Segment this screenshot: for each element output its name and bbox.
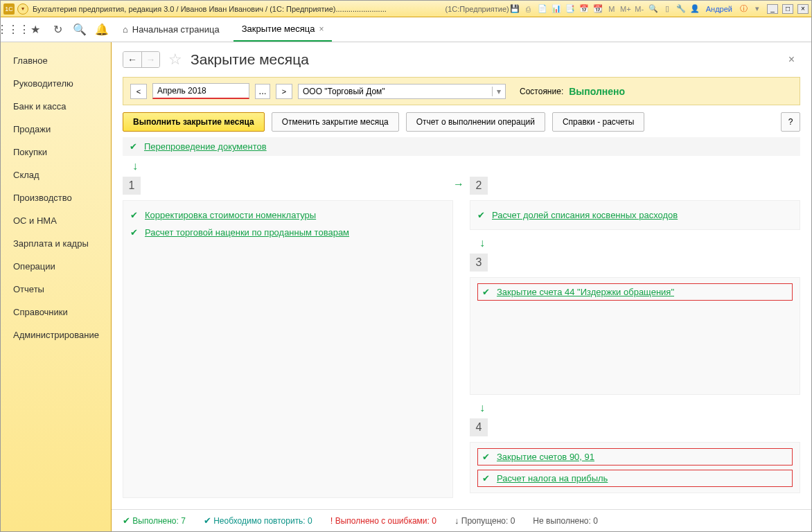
calc-icon[interactable]: 📊 [551, 3, 562, 15]
m-icon[interactable]: M [606, 3, 617, 15]
check-icon: ✔ [130, 210, 138, 220]
operations-report-button[interactable]: Отчет о выполнении операций [406, 112, 545, 132]
tab-label: Закрытие месяца [242, 24, 315, 34]
sidebar-item-sales[interactable]: Продажи [1, 118, 111, 141]
sidebar-item-refs[interactable]: Справочники [1, 301, 111, 323]
page-header: ← → ☆ Закрытие месяца × [112, 42, 811, 77]
tab-close-icon[interactable]: × [319, 24, 324, 34]
history-icon[interactable]: ↻ [51, 23, 64, 37]
op-repost-header: ✔ Перепроведение документов [123, 137, 800, 156]
run-closing-button[interactable]: Выполнить закрытие месяца [123, 112, 265, 132]
repeat-label: Необходимо повторить: [213, 516, 306, 526]
filter-bar: < ... > ООО "Торговый Дом" ▾ Состояние: … [123, 77, 800, 105]
info-icon[interactable]: ⓘ [738, 3, 749, 15]
sidebar: Главное Руководителю Банк и касса Продаж… [1, 42, 112, 531]
op-line: ✔ Расчет торговой наценки по проданным т… [130, 224, 445, 241]
tab-closing-month[interactable]: Закрытие месяца × [233, 17, 333, 42]
period-prev-button[interactable]: < [130, 84, 147, 99]
sidebar-item-manager[interactable]: Руководителю [1, 72, 111, 95]
status-skipped: ↓ Пропущено: 0 [454, 515, 515, 526]
zoom-icon[interactable]: 🔍 [648, 3, 659, 15]
calendar-icon[interactable]: 📅 [579, 3, 590, 15]
check-icon: ✔ [123, 515, 130, 526]
op-link-trade-margin[interactable]: Расчет торговой наценки по проданным тов… [145, 227, 349, 238]
footer-status: ✔ Выполнено: 7 ✔ Необходимо повторить: 0… [112, 509, 811, 531]
sidebar-item-bank[interactable]: Банк и касса [1, 95, 111, 118]
favorite-page-icon[interactable]: ☆ [168, 51, 182, 69]
favorite-star-icon[interactable]: ★ [28, 23, 42, 37]
op-link-profit-tax[interactable]: Расчет налога на прибыль [497, 473, 608, 484]
save-icon[interactable]: 💾 [509, 3, 520, 15]
arrow-down-icon: ↓ [479, 402, 800, 414]
info-dropdown-icon[interactable]: ▾ [752, 3, 763, 15]
sidebar-item-production[interactable]: Производство [1, 186, 111, 209]
page-close-button[interactable]: × [788, 53, 795, 66]
sidebar-item-operations[interactable]: Операции [1, 255, 111, 278]
op-link-close-44[interactable]: Закрытие счета 44 "Издержки обращения" [497, 287, 674, 297]
stage-1-number: 1 [123, 177, 141, 195]
errors-label: Выполнено с ошибками: [335, 516, 430, 526]
check-icon: ✔ [482, 287, 490, 297]
status-repeat: ✔ Необходимо повторить: 0 [204, 515, 312, 526]
window-context: (1С:Предприятие) [445, 5, 509, 13]
report-icon[interactable]: 📑 [565, 3, 576, 15]
operations-area: ✔ Перепроведение документов ↓ 1 ✔ Коррек… [123, 137, 800, 509]
arrow-down-icon: ↓ [454, 515, 459, 526]
stage-3-number: 3 [470, 254, 488, 272]
titlebar: 1C ▾ Бухгалтерия предприятия, редакция 3… [1, 1, 811, 17]
op-link-indirect-costs[interactable]: Расчет долей списания косвенных расходов [492, 210, 678, 220]
m-minus-icon[interactable]: M- [634, 3, 645, 15]
check-icon: ✔ [477, 210, 485, 220]
panel-icon[interactable]: ▯ [662, 3, 673, 15]
minimize-button[interactable]: _ [767, 4, 778, 14]
op-line: ✔ Расчет долей списания косвенных расход… [477, 206, 793, 224]
alert-icon: ! [330, 515, 333, 526]
document-icon[interactable]: 📄 [537, 3, 548, 15]
period-next-button[interactable]: > [276, 84, 292, 99]
organization-value: ООО "Торговый Дом" [303, 87, 385, 96]
sidebar-item-assets[interactable]: ОС и НМА [1, 209, 111, 232]
nav-back-button[interactable]: ← [123, 52, 141, 67]
sidebar-item-salary[interactable]: Зарплата и кадры [1, 232, 111, 255]
skipped-label: Пропущено: [461, 516, 509, 526]
sidebar-item-reports[interactable]: Отчеты [1, 278, 111, 301]
arrow-down-icon: ↓ [479, 237, 800, 249]
nav-forward-button[interactable]: → [141, 52, 159, 67]
cancel-closing-button[interactable]: Отменить закрытие месяца [272, 112, 399, 132]
help-button[interactable]: ? [781, 112, 800, 132]
sidebar-item-warehouse[interactable]: Склад [1, 163, 111, 186]
status-notdone: Не выполнено: 0 [533, 516, 598, 526]
op-link-cost-correction[interactable]: Корректировка стоимости номенклатуры [145, 210, 316, 220]
period-picker-button[interactable]: ... [255, 84, 270, 99]
period-input[interactable] [152, 83, 249, 99]
references-calc-button[interactable]: Справки - расчеты [552, 112, 644, 132]
search-icon[interactable]: 🔍 [73, 23, 87, 37]
done-value: 7 [181, 516, 186, 526]
window-title: Бухгалтерия предприятия, редакция 3.0 / … [33, 5, 418, 13]
organization-select[interactable]: ООО "Торговый Дом" ▾ [298, 84, 506, 99]
sidebar-item-purchases[interactable]: Покупки [1, 141, 111, 163]
apps-grid-icon[interactable]: ⋮⋮⋮ [6, 23, 20, 37]
date-icon[interactable]: 📆 [592, 3, 603, 15]
app-menu-dropdown[interactable]: ▾ [17, 3, 28, 15]
notifications-icon[interactable]: 🔔 [95, 23, 109, 37]
chevron-down-icon[interactable]: ▾ [492, 87, 501, 96]
tools-icon[interactable]: 🔧 [676, 3, 687, 15]
m-plus-icon[interactable]: M+ [620, 3, 631, 15]
home-label: Начальная страница [132, 24, 220, 35]
check-icon: ✔ [204, 515, 211, 526]
sidebar-item-main[interactable]: Главное [1, 49, 111, 72]
check-icon: ✔ [482, 473, 490, 484]
close-window-button[interactable]: × [797, 4, 809, 14]
arrow-right-icon: → [453, 178, 464, 190]
print-icon[interactable]: ⎙ [523, 3, 534, 15]
errors-value: 0 [432, 516, 436, 526]
op-link-repost[interactable]: Перепроведение документов [144, 141, 267, 152]
user-name[interactable]: Андрей [706, 5, 732, 13]
sidebar-item-admin[interactable]: Администрирование [1, 323, 111, 346]
status-done: ✔ Выполнено: 7 [123, 515, 186, 526]
maximize-button[interactable]: □ [782, 4, 793, 14]
home-link[interactable]: ⌂ Начальная страница [117, 24, 225, 35]
op-link-close-90-91[interactable]: Закрытие счетов 90, 91 [497, 452, 594, 462]
status-value: Выполнено [569, 86, 625, 97]
